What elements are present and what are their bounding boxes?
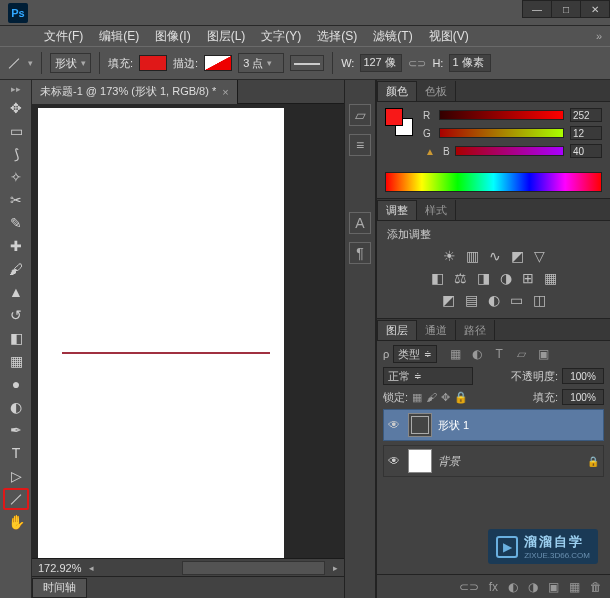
move-tool[interactable]: ✥ [3, 97, 29, 119]
minimize-button[interactable]: — [522, 0, 552, 18]
menu-select[interactable]: 选择(S) [309, 28, 365, 45]
invert-icon[interactable]: ◩ [442, 292, 455, 308]
b-slider[interactable] [455, 146, 564, 156]
filter-shape-icon[interactable]: ▱ [513, 346, 529, 362]
layer-filter-select[interactable]: 类型≑ [393, 345, 437, 363]
opacity-input[interactable]: 100% [562, 368, 604, 384]
layer-name[interactable]: 形状 1 [438, 418, 469, 433]
menu-filter[interactable]: 滤镜(T) [365, 28, 420, 45]
tab-swatches[interactable]: 色板 [417, 81, 456, 101]
lookup-icon[interactable]: ▦ [544, 270, 557, 286]
layer-thumb[interactable] [408, 449, 432, 473]
tab-paths[interactable]: 路径 [456, 320, 495, 340]
properties-panel-icon[interactable]: ≡ [349, 134, 371, 156]
shape-mode-select[interactable]: 形状▾ [50, 53, 91, 73]
threshold-icon[interactable]: ◐ [488, 292, 500, 308]
hand-tool[interactable]: ✋ [3, 511, 29, 533]
balance-icon[interactable]: ⚖ [454, 270, 467, 286]
layer-background[interactable]: 👁 背景 🔒 [383, 445, 604, 477]
vibrance-icon[interactable]: ▽ [534, 248, 545, 264]
link-icon[interactable]: ⊂⊃ [408, 57, 426, 70]
gamut-warning-icon[interactable]: ▲ [423, 144, 437, 158]
lasso-tool[interactable]: ⟆ [3, 143, 29, 165]
menu-overflow-icon[interactable]: » [596, 30, 602, 42]
layer-name[interactable]: 背景 [438, 454, 460, 469]
stroke-width-input[interactable]: 3 点▾ [238, 53, 284, 73]
menu-image[interactable]: 图像(I) [147, 28, 198, 45]
h-scrollbar[interactable] [182, 561, 325, 575]
link-layers-icon[interactable]: ⊂⊃ [459, 580, 479, 594]
tool-preset-icon[interactable] [6, 52, 22, 74]
line-tool[interactable] [3, 488, 29, 510]
visibility-icon[interactable]: 👁 [388, 418, 402, 432]
g-slider[interactable] [439, 128, 564, 138]
curves-icon[interactable]: ∿ [489, 248, 501, 264]
gradient-tool[interactable]: ▦ [3, 350, 29, 372]
scroll-left-icon[interactable]: ◂ [89, 563, 94, 573]
menu-edit[interactable]: 编辑(E) [91, 28, 147, 45]
mask-icon[interactable]: ◐ [508, 580, 518, 594]
exposure-icon[interactable]: ◩ [511, 248, 524, 264]
new-layer-icon[interactable]: ▦ [569, 580, 580, 594]
canvas-viewport[interactable] [32, 104, 344, 558]
tab-styles[interactable]: 样式 [417, 200, 456, 220]
tab-channels[interactable]: 通道 [417, 320, 456, 340]
b-value[interactable]: 40 [570, 144, 602, 158]
width-input[interactable]: 127 像 [360, 54, 402, 72]
lock-all-icon[interactable]: 🔒 [454, 391, 468, 404]
bw-icon[interactable]: ◨ [477, 270, 490, 286]
timeline-tab[interactable]: 时间轴 [32, 578, 87, 598]
menu-type[interactable]: 文字(Y) [253, 28, 309, 45]
magic-wand-tool[interactable]: ✧ [3, 166, 29, 188]
height-input[interactable]: 1 像素 [449, 54, 491, 72]
blur-tool[interactable]: ● [3, 373, 29, 395]
tab-color[interactable]: 颜色 [377, 81, 417, 101]
fill-color-swatch[interactable] [139, 55, 167, 71]
menu-layer[interactable]: 图层(L) [199, 28, 254, 45]
mixer-icon[interactable]: ⊞ [522, 270, 534, 286]
close-button[interactable]: ✕ [580, 0, 610, 18]
filter-pixel-icon[interactable]: ▦ [447, 346, 463, 362]
dodge-tool[interactable]: ◐ [3, 396, 29, 418]
levels-icon[interactable]: ▥ [466, 248, 479, 264]
g-value[interactable]: 12 [570, 126, 602, 140]
fx-icon[interactable]: fx [489, 580, 498, 594]
gradient-map-icon[interactable]: ▭ [510, 292, 523, 308]
maximize-button[interactable]: □ [551, 0, 581, 18]
group-icon[interactable]: ▣ [548, 580, 559, 594]
path-select-tool[interactable]: ▷ [3, 465, 29, 487]
brightness-icon[interactable]: ☀ [443, 248, 456, 264]
stroke-style-select[interactable] [290, 55, 324, 71]
dropdown-icon[interactable]: ▾ [28, 58, 33, 68]
healing-tool[interactable]: ✚ [3, 235, 29, 257]
r-value[interactable]: 252 [570, 108, 602, 122]
document-tab[interactable]: 未标题-1 @ 173% (形状 1, RGB/8) * × [32, 80, 238, 104]
posterize-icon[interactable]: ▤ [465, 292, 478, 308]
tab-close-icon[interactable]: × [222, 86, 228, 98]
layer-shape-1[interactable]: 👁 形状 1 [383, 409, 604, 441]
fg-color[interactable] [385, 108, 403, 126]
visibility-icon[interactable]: 👁 [388, 454, 402, 468]
stamp-tool[interactable]: ▲ [3, 281, 29, 303]
lock-position-icon[interactable]: ✥ [441, 391, 450, 404]
hue-icon[interactable]: ◧ [431, 270, 444, 286]
fg-bg-swatch[interactable] [385, 108, 413, 136]
filter-smart-icon[interactable]: ▣ [535, 346, 551, 362]
selective-icon[interactable]: ◫ [533, 292, 546, 308]
scroll-right-icon[interactable]: ▸ [333, 563, 338, 573]
menu-file[interactable]: 文件(F) [36, 28, 91, 45]
lock-transparent-icon[interactable]: ▦ [412, 391, 422, 404]
color-spectrum[interactable] [385, 172, 602, 192]
history-panel-icon[interactable]: ▱ [349, 104, 371, 126]
type-tool[interactable]: T [3, 442, 29, 464]
canvas[interactable] [38, 108, 284, 558]
eraser-tool[interactable]: ◧ [3, 327, 29, 349]
filter-type-icon[interactable]: T [491, 346, 507, 362]
history-brush-tool[interactable]: ↺ [3, 304, 29, 326]
shape-line[interactable] [62, 352, 270, 354]
zoom-level[interactable]: 172.92% [38, 562, 81, 574]
filter-adjust-icon[interactable]: ◐ [469, 346, 485, 362]
r-slider[interactable] [439, 110, 564, 120]
layer-thumb[interactable] [408, 413, 432, 437]
stroke-color-swatch[interactable] [204, 55, 232, 71]
